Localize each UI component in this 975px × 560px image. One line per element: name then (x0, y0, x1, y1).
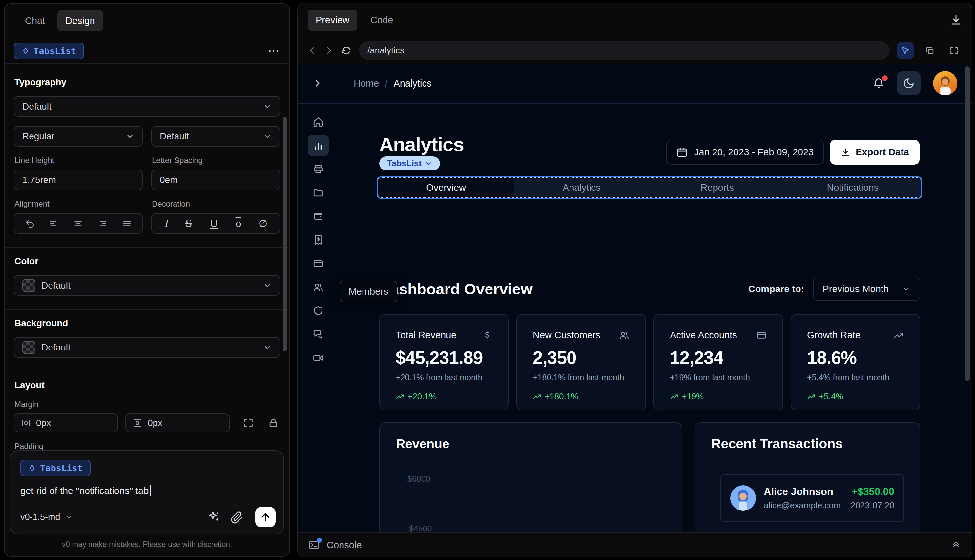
design-panel: Chat Design TabsList ⋯ Typography Defaul… (4, 3, 290, 557)
transaction-date: 2023-07-20 (851, 500, 894, 510)
lock-icon[interactable] (268, 417, 279, 428)
more-menu-icon[interactable]: ⋯ (268, 44, 280, 57)
credit-card-icon (756, 330, 767, 341)
margin-y-input[interactable]: 0px (125, 413, 230, 432)
margin-x-input[interactable]: 0px (14, 413, 118, 432)
tab-design[interactable]: Design (57, 10, 103, 32)
expand-icon[interactable] (243, 417, 254, 428)
align-left-icon[interactable] (49, 218, 59, 229)
forward-icon[interactable] (324, 45, 334, 55)
dashboard-main: Analytics TabsList Jan 20, 2023 - Feb 09… (379, 63, 920, 532)
nav-billing[interactable] (308, 230, 329, 250)
tab-overview[interactable]: Overview (378, 178, 514, 197)
inspect-cursor-button[interactable] (897, 42, 914, 59)
copy-button[interactable] (921, 42, 938, 59)
breadcrumb-home[interactable]: Home (354, 78, 379, 89)
arrow-up-icon (260, 512, 271, 523)
model-select[interactable]: v0-1.5-md (20, 512, 73, 522)
stat-delta: +19% (682, 392, 704, 402)
trending-up-icon (396, 392, 404, 401)
font-family-select[interactable]: Default (14, 96, 280, 117)
composer-input[interactable]: get rid of the "notifications" tab (20, 485, 274, 497)
tab-chat[interactable]: Chat (17, 10, 53, 32)
refresh-icon[interactable] (341, 45, 352, 56)
panel-tabs: Chat Design (5, 4, 289, 38)
line-height-input[interactable]: 1.75rem (14, 170, 143, 190)
console-label: Console (327, 540, 362, 550)
chevrons-up-icon[interactable] (951, 540, 961, 550)
export-data-button[interactable]: Export Data (830, 140, 920, 165)
no-decoration-icon[interactable]: ∅ (259, 218, 267, 229)
align-center-icon[interactable] (73, 218, 83, 229)
undo-icon[interactable] (25, 218, 35, 229)
nav-members[interactable] (308, 277, 329, 298)
nav-files[interactable] (308, 182, 329, 203)
revenue-chart-card: Revenue $6000 $4500 $3000 (379, 422, 682, 532)
nav-security[interactable] (308, 300, 329, 321)
tabs-list: Overview Analytics Reports Notifications (378, 178, 920, 197)
font-size-select[interactable]: Default (151, 126, 280, 147)
background-select[interactable]: Default (14, 337, 280, 358)
user-avatar[interactable] (933, 71, 957, 95)
nav-cards[interactable] (308, 253, 329, 274)
revenue-line-chart (380, 423, 682, 532)
stat-subtext: +20.1% from last month (396, 373, 493, 382)
sidebar-expand-icon[interactable] (312, 78, 322, 88)
nav-analytics[interactable] (308, 135, 329, 156)
tab-preview[interactable]: Preview (308, 10, 357, 31)
back-icon[interactable] (307, 45, 317, 55)
tab-reports[interactable]: Reports (649, 178, 785, 197)
cursor-icon (900, 45, 910, 55)
align-justify-icon[interactable] (121, 218, 132, 229)
font-weight-select[interactable]: Regular (14, 126, 143, 147)
letter-spacing-label: Letter Spacing (152, 156, 280, 165)
nav-messages[interactable] (308, 324, 329, 345)
letter-spacing-input[interactable]: 0em (151, 170, 280, 190)
send-button[interactable] (255, 507, 275, 527)
tab-code[interactable]: Code (362, 10, 401, 31)
composer-context-chip[interactable]: TabsList (20, 460, 90, 477)
selected-element-chip[interactable]: TabsList (14, 43, 84, 59)
preview-scrollbar[interactable] (965, 66, 970, 381)
nav-home[interactable] (308, 112, 329, 132)
stat-card-total-revenue: Total Revenue $45,231.89 +20.1% from las… (379, 314, 509, 410)
fullscreen-button[interactable] (945, 42, 963, 59)
alignment-group (14, 213, 143, 234)
printer-icon (313, 163, 324, 175)
paperclip-icon[interactable] (230, 510, 244, 523)
italic-icon[interactable]: I (164, 218, 168, 229)
font-weight-value: Regular (22, 131, 55, 142)
tab-notifications[interactable]: Notifications (785, 178, 920, 197)
stat-subtext: +180.1% from last month (533, 373, 629, 382)
overline-icon[interactable]: o (235, 218, 242, 229)
selection-overlay-chip[interactable]: TabsList (379, 157, 440, 170)
strikethrough-icon[interactable]: S (185, 218, 192, 229)
color-heading: Color (15, 256, 280, 267)
compare-select[interactable]: Previous Month (813, 277, 920, 301)
stat-card-active-accounts: Active Accounts 12,234 +19% from last mo… (653, 314, 783, 410)
underline-icon[interactable]: U (210, 218, 218, 229)
date-range-button[interactable]: Jan 20, 2023 - Feb 09, 2023 (666, 140, 824, 165)
align-right-icon[interactable] (97, 218, 108, 229)
chat-composer[interactable]: TabsList get rid of the "notifications" … (10, 450, 284, 535)
console-bar[interactable]: Console (298, 532, 972, 557)
stat-delta: +5.4% (819, 392, 843, 402)
nav-video[interactable] (308, 348, 329, 368)
nav-wallet[interactable] (308, 206, 329, 227)
color-select[interactable]: Default (14, 275, 280, 296)
tab-analytics[interactable]: Analytics (514, 178, 649, 197)
download-icon[interactable] (950, 14, 962, 26)
stat-card-growth-rate: Growth Rate 18.6% +5.4% from last month … (791, 314, 920, 410)
users-icon (619, 330, 629, 341)
transaction-row[interactable]: Alice Johnson alice@example.com +$350.00… (720, 474, 904, 522)
sparkles-icon[interactable] (207, 510, 220, 523)
avatar (730, 485, 756, 511)
panel-scrollbar[interactable] (283, 117, 287, 352)
url-input[interactable]: /analytics (359, 41, 890, 60)
selection-overlay-label: TabsList (387, 158, 422, 168)
nav-printer[interactable] (308, 159, 329, 180)
receipt-icon (313, 235, 324, 245)
line-height-label: Line Height (15, 156, 143, 165)
layout-heading: Layout (15, 380, 280, 390)
recent-transactions-card: Recent Transactions Alice Johnson alice@… (695, 422, 920, 532)
